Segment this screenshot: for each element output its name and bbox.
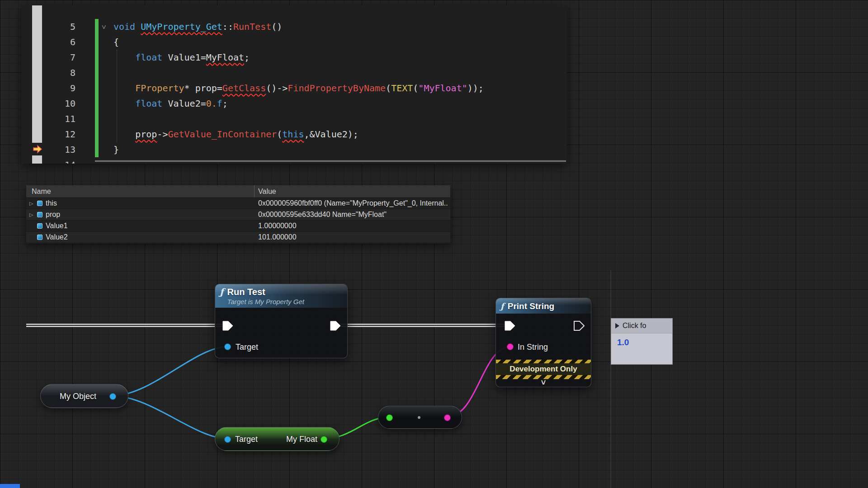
code-token: * prop= [184, 83, 222, 94]
watch-variable-value: 101.000000 [255, 233, 450, 241]
development-only-banner: Development Only [496, 363, 591, 375]
target-pin[interactable] [224, 343, 231, 350]
watch-variable-name: this [46, 199, 57, 207]
code-line: prop->GetValue_InContainer(this,&Value2)… [102, 127, 484, 142]
chevron-down-icon[interactable]: ˅ [496, 379, 591, 387]
my-float-out-pin[interactable] [321, 436, 327, 443]
code-token: float [135, 98, 162, 109]
fold-chevron-icon[interactable]: ˅ [102, 19, 113, 35]
execution-pointer-icon[interactable] [31, 143, 44, 155]
line-number: 7 [35, 50, 75, 65]
node-title: Print String [508, 301, 554, 312]
function-icon: ƒ [500, 301, 504, 312]
code-token: GetClass [222, 83, 266, 94]
code-lines: ˅void UMyProperty_Get::RunTest(){ float … [102, 19, 484, 164]
code-line: ˅void UMyProperty_Get::RunTest() [102, 19, 484, 34]
my-float-label: My Float [286, 434, 317, 444]
exec-out-pin[interactable] [574, 321, 585, 333]
code-line [102, 111, 484, 127]
watch-row[interactable]: Value2101.000000 [26, 232, 450, 243]
code-token: :: [222, 21, 233, 32]
watch-variable-value: 1.00000000 [255, 222, 450, 230]
my-object-node[interactable]: My Object [40, 384, 128, 408]
variable-icon [37, 212, 42, 217]
code-token: -> [157, 129, 168, 140]
object-out-pin[interactable] [109, 393, 116, 400]
expander-icon[interactable]: ▷ [29, 201, 37, 206]
print-string-node[interactable]: ƒ Print String In String Development Onl… [495, 298, 591, 387]
exec-in-pin[interactable] [505, 321, 515, 333]
watch-name-cell: Value2 [26, 233, 255, 241]
function-icon: ƒ [220, 286, 224, 297]
code-token: float [135, 52, 162, 63]
variable-icon [37, 223, 42, 229]
watch-name-cell: ▷prop [26, 211, 255, 219]
run-test-header[interactable]: ƒ Run Test Target is My Property Get [215, 284, 347, 308]
code-token: ( [413, 83, 418, 94]
target-pin[interactable] [224, 436, 231, 443]
column-header-name[interactable]: Name [26, 185, 255, 197]
code-line: FProperty* prop=GetClass()->FindProperty… [102, 80, 484, 96]
blueprint-canvas[interactable]: ƒ Run Test Target is My Property Get Tar… [0, 0, 868, 488]
tooltip-label: Click fo [623, 322, 646, 330]
code-token: ( [386, 83, 391, 94]
variable-icon [37, 235, 42, 240]
hazard-stripe [496, 360, 591, 363]
column-header-value[interactable]: Value [255, 188, 450, 196]
watch-name-cell: ▷this [26, 199, 255, 207]
debug-value: 1.0 [611, 333, 672, 347]
conversion-node[interactable] [378, 406, 462, 429]
target-pin-label: Target [236, 342, 258, 352]
horizontal-scrollbar[interactable] [95, 160, 566, 162]
code-line: { [102, 34, 484, 50]
code-line: float Value2=0.f; [102, 96, 484, 111]
code-token: Value2= [162, 98, 206, 109]
watch-window[interactable]: Name Value ▷this0x000005960fbf0ff0 (Name… [26, 185, 450, 244]
variable-label: My Object [60, 391, 96, 401]
line-number: 10 [35, 96, 75, 111]
code-token: ( [277, 129, 282, 140]
code-token: ,&Value2); [304, 129, 358, 140]
gutter-numbers: 567891011121314 [35, 19, 75, 164]
code-line [102, 65, 484, 80]
code-token: f [217, 98, 222, 109]
line-number: 14 [35, 157, 75, 164]
in-string-pin[interactable] [507, 343, 514, 350]
exec-in-pin[interactable] [222, 321, 233, 333]
conv-out-pin[interactable] [444, 414, 451, 421]
code-token [113, 129, 135, 140]
exec-out-pin[interactable] [330, 321, 341, 333]
line-number: 5 [35, 19, 75, 34]
watch-variable-name: Value2 [46, 233, 68, 241]
code-token [113, 98, 135, 109]
code-token: } [113, 144, 119, 155]
code-editor[interactable]: 567891011121314 ˅void UMyProperty_Get::R… [21, 5, 567, 164]
code-token: { [113, 37, 119, 47]
code-token: "MyFloat" [418, 83, 467, 94]
print-string-header[interactable]: ƒ Print String [496, 298, 591, 314]
watch-variable-name: Value1 [46, 222, 68, 230]
get-my-float-node[interactable]: Target My Float [215, 427, 340, 451]
code-token: RunTest [233, 21, 271, 32]
watch-row[interactable]: Value11.00000000 [26, 221, 450, 232]
debug-value-tooltip[interactable]: Click fo 1.0 [611, 318, 673, 365]
target-pin-label: Target [235, 434, 258, 444]
change-tracking-bar [95, 19, 99, 157]
watch-row[interactable]: ▷this0x000005960fbf0ff0 (Name="MyPropert… [26, 198, 450, 209]
code-token: Value1= [162, 52, 206, 63]
code-token [113, 83, 135, 94]
code-token: this [282, 129, 304, 140]
watch-row[interactable]: ▷prop0x00000595e633dd40 Name="MyFloat" [26, 209, 450, 221]
code-token: ; [222, 98, 228, 109]
code-token: void [113, 21, 135, 32]
watch-name-cell: Value1 [26, 222, 255, 230]
code-line: } [102, 142, 484, 157]
code-token: UMyProperty_Get [141, 21, 222, 32]
conv-in-pin[interactable] [386, 414, 393, 421]
object-wire-to-getter [114, 396, 228, 439]
expander-icon[interactable]: ▷ [29, 212, 37, 218]
watch-rows: ▷this0x000005960fbf0ff0 (Name="MyPropert… [26, 198, 450, 243]
run-test-node[interactable]: ƒ Run Test Target is My Property Get Tar… [215, 284, 348, 358]
code-token: TEXT [391, 83, 413, 94]
line-number: 11 [35, 111, 75, 127]
